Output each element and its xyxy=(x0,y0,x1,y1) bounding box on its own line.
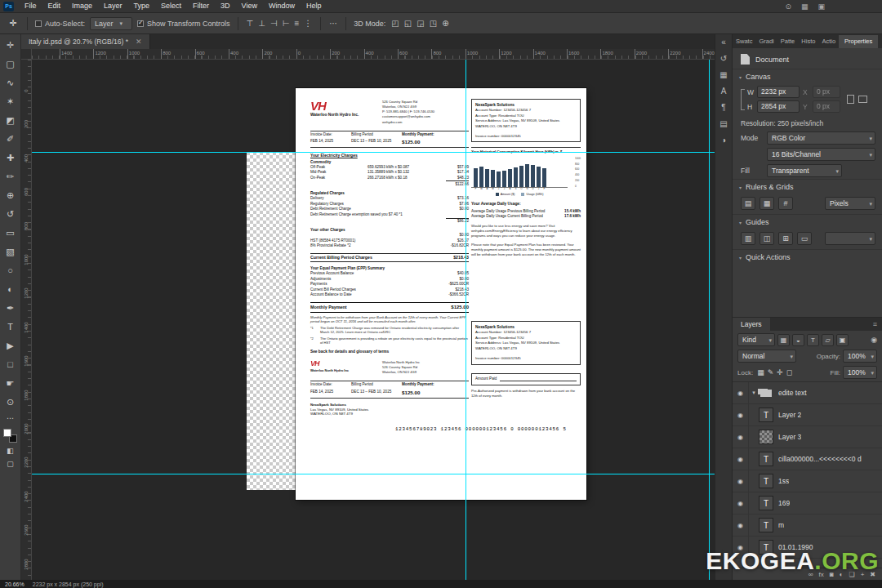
3d-mode-icon[interactable]: ◲ xyxy=(416,19,425,28)
clone-stamp-tool[interactable]: ⊕ xyxy=(1,186,20,205)
swatches-panel-icon[interactable]: ▦ xyxy=(719,70,727,79)
rulers-grids-section-header[interactable]: Rulers & Grids xyxy=(733,179,882,194)
panel-tab[interactable]: Actio xyxy=(818,35,839,48)
type-tool[interactable]: T xyxy=(1,318,20,336)
layer-visibility-toggle[interactable]: ◉ xyxy=(737,522,743,529)
layer-visibility-toggle[interactable]: ◉ xyxy=(737,434,743,441)
filter-adjustment-layers-icon[interactable]: ◒ xyxy=(792,334,804,346)
layer-thumbnail[interactable] xyxy=(759,540,773,555)
layer-group-icon[interactable]: ❏ xyxy=(849,571,854,578)
panel-tab[interactable]: Gradi xyxy=(755,35,777,48)
blend-mode-dropdown[interactable]: Normal xyxy=(737,350,796,363)
checkbox-icon[interactable] xyxy=(137,20,144,27)
panel-tab[interactable]: Histo xyxy=(798,35,818,48)
landscape-orientation-button[interactable] xyxy=(858,96,867,103)
color-swatches[interactable] xyxy=(3,429,17,443)
link-layers-icon[interactable]: ∞ xyxy=(808,571,813,578)
menu-item[interactable]: Image xyxy=(66,0,98,12)
zoom-level-field[interactable]: 20.66% xyxy=(5,581,24,587)
layer-name[interactable]: 169 xyxy=(778,499,790,507)
screen-mode-button[interactable]: ▢ xyxy=(1,457,20,470)
history-panel-icon[interactable]: ↺ xyxy=(720,54,727,63)
adjustments-panel-icon[interactable]: ◑ xyxy=(721,136,726,145)
layer-thumbnail[interactable] xyxy=(759,385,773,400)
color-mode-dropdown[interactable]: RGB Color xyxy=(767,131,875,145)
eraser-tool[interactable]: ▭ xyxy=(1,224,20,243)
guide-style-dropdown[interactable] xyxy=(825,232,875,245)
layer-visibility-toggle[interactable]: ◉ xyxy=(737,390,743,397)
gradient-tool[interactable]: ▧ xyxy=(1,243,20,261)
guide-vertical[interactable] xyxy=(466,60,466,580)
menu-item[interactable]: View xyxy=(236,0,263,12)
bit-depth-dropdown[interactable]: 16 Bits/Channel xyxy=(767,148,875,161)
link-dimensions-icon[interactable] xyxy=(741,89,745,110)
quick-actions-section-header[interactable]: Quick Actions xyxy=(733,249,882,265)
menu-item[interactable]: Type xyxy=(128,0,156,12)
canvas-section-header[interactable]: Canvas xyxy=(733,69,882,84)
layer-name[interactable]: 1ss xyxy=(778,477,789,485)
layer-thumbnail[interactable] xyxy=(759,408,773,422)
group-expand-icon[interactable] xyxy=(749,390,759,396)
guides-section-header[interactable]: Guides xyxy=(733,214,882,229)
filter-shape-layers-icon[interactable]: ▱ xyxy=(822,334,834,346)
search-icon[interactable]: ⊙ xyxy=(785,2,791,11)
vertical-ruler[interactable]: 0200400600800100012001400160018002000220… xyxy=(21,60,32,580)
3d-mode-icon[interactable]: ◰ xyxy=(390,19,399,28)
more-options-icon[interactable]: ⋯ xyxy=(328,19,338,28)
layer-mask-icon[interactable]: ◙ xyxy=(830,571,834,578)
filter-toggle-icon[interactable]: ◉ xyxy=(871,336,877,344)
width-field[interactable]: 2232 px xyxy=(757,86,800,98)
height-field[interactable]: 2854 px xyxy=(757,100,800,113)
adjustment-layer-icon[interactable]: ◐ xyxy=(840,571,844,578)
layer-visibility-toggle[interactable]: ◉ xyxy=(737,544,743,551)
panel-tab[interactable]: Swatc xyxy=(733,35,755,48)
layer-visibility-toggle[interactable]: ◉ xyxy=(737,412,743,419)
ruler-origin-corner[interactable] xyxy=(21,49,32,60)
ruler-icon[interactable]: ▤ xyxy=(741,197,755,210)
layer-thumbnail[interactable] xyxy=(759,474,773,488)
guide-horizontal[interactable] xyxy=(32,152,715,153)
show-transform-checkbox[interactable]: Show Transform Controls xyxy=(137,20,230,28)
arrange-icon[interactable]: ▣ xyxy=(817,2,825,11)
lock-position-icon[interactable]: ✛ xyxy=(776,368,784,376)
layer-thumbnail[interactable] xyxy=(759,518,773,532)
align-icon[interactable]: ≡ xyxy=(293,19,300,28)
opacity-dropdown[interactable]: 100% xyxy=(843,350,877,363)
move-tool[interactable]: ✛ xyxy=(1,36,20,55)
canvas-area[interactable]: 1400120010008006004002000200400600800100… xyxy=(21,49,715,580)
edit-toolbar-icon[interactable]: ⋯ xyxy=(1,412,20,425)
horizontal-ruler[interactable]: 1400120010008006004002000200400600800100… xyxy=(32,49,715,60)
invoice-document[interactable]: VH Waterloo North Hydro Inc. 526 Country… xyxy=(296,88,586,500)
layer-row[interactable]: ◉ edite text xyxy=(733,382,882,404)
align-icon[interactable]: ⊤ xyxy=(246,19,255,28)
align-icon[interactable]: ⊣ xyxy=(270,19,278,28)
layer-name[interactable]: cilla000000...<<<<<<<<0 d xyxy=(778,455,862,463)
eyedropper-tool[interactable]: ✐ xyxy=(1,130,20,149)
guide-horizontal[interactable] xyxy=(32,474,715,474)
lasso-tool[interactable]: ∿ xyxy=(1,74,20,92)
align-icon[interactable]: ⊥ xyxy=(257,19,266,28)
brush-tool[interactable]: ✏ xyxy=(1,167,20,186)
lock-guides-icon[interactable]: ◫ xyxy=(760,232,774,245)
3d-mode-icon[interactable]: ⊕ xyxy=(441,19,449,28)
fill-dropdown[interactable]: 100% xyxy=(843,366,877,379)
filter-pixel-layers-icon[interactable]: ▦ xyxy=(777,334,790,346)
guide-style-icon[interactable]: ▭ xyxy=(797,232,812,245)
menu-item[interactable]: Edit xyxy=(42,0,67,12)
document-tab[interactable]: Italy id.psd @ 20.7% (RGB/16) * ✕ xyxy=(21,34,150,49)
lock-pixels-icon[interactable]: ✎ xyxy=(767,368,775,376)
auto-select-checkbox[interactable]: Auto-Select: xyxy=(35,20,85,28)
dodge-tool[interactable]: ◐ xyxy=(1,280,20,299)
tab-properties[interactable]: Properties xyxy=(839,35,878,48)
layer-visibility-toggle[interactable]: ◉ xyxy=(737,478,743,485)
layer-name[interactable]: m xyxy=(778,521,784,529)
move-tool-icon[interactable]: ✛ xyxy=(7,18,20,29)
layer-row[interactable]: ◉ 1ss xyxy=(733,470,882,492)
pasteboard[interactable]: VH Waterloo North Hydro Inc. 526 Country… xyxy=(32,60,715,580)
layer-row[interactable]: ◉ cilla000000...<<<<<<<<0 d xyxy=(733,448,882,470)
hand-tool[interactable]: ☛ xyxy=(1,374,20,393)
menu-item[interactable]: File xyxy=(19,0,42,12)
zoom-tool[interactable]: ⊙ xyxy=(1,393,20,412)
grid-icon[interactable]: ▦ xyxy=(760,197,774,210)
y-field[interactable]: 0 px xyxy=(813,100,840,113)
